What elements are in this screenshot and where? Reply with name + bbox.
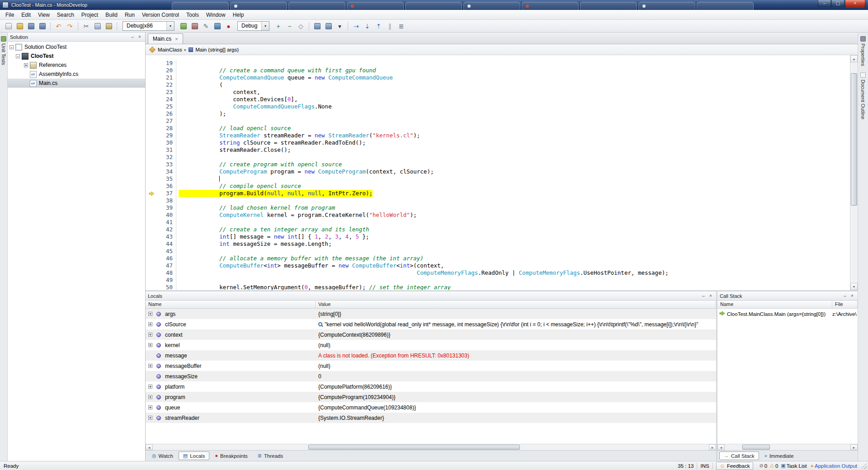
scrollbar-thumb[interactable] (742, 445, 770, 450)
application-output-button[interactable]: ▸ Application Output (808, 463, 857, 469)
variable-row-program[interactable]: +program{ComputeProgram(109234904)} (146, 392, 716, 402)
tree-item-clootest[interactable]: -ClooTest (8, 52, 145, 61)
background-tab[interactable] (463, 2, 520, 10)
open-file-button[interactable] (14, 21, 25, 31)
pad-close-button[interactable]: × (849, 293, 855, 299)
variable-row-queue[interactable]: +queue{ComputeCommandQueue(109234808)} (146, 402, 716, 413)
pad-close-button[interactable]: × (137, 34, 143, 40)
new-file-button[interactable] (3, 21, 14, 31)
save-all-button[interactable] (37, 21, 48, 31)
pad-minimize-button[interactable]: – (700, 293, 707, 299)
gutter-icon-cell[interactable] (146, 118, 157, 125)
rebuild-button[interactable] (189, 21, 200, 31)
step-out-button[interactable]: ⇡ (373, 21, 384, 31)
background-tab[interactable] (638, 2, 695, 10)
locals-column-name[interactable]: Name (146, 301, 316, 308)
menu-build[interactable]: Build (102, 10, 121, 19)
variable-row-messagebuffer[interactable]: +messageBuffer(null) (146, 361, 716, 371)
code-line-50[interactable]: 50 kernel.SetMemoryArgument(0, messageBu… (146, 284, 850, 290)
code-editor[interactable]: 1920 // create a command queue with firs… (146, 55, 850, 290)
code-line-24[interactable]: 24 context.Devices[0], (146, 96, 850, 103)
code-line-41[interactable]: 41 (146, 219, 850, 226)
scrollbar-track[interactable] (153, 444, 709, 450)
background-tab[interactable] (347, 2, 404, 10)
expander-icon[interactable]: + (148, 395, 152, 399)
code-line-40[interactable]: 40 ComputeKernel kernel = program.Create… (146, 212, 850, 219)
tab-main-cs[interactable]: Main.cs × (148, 33, 183, 44)
gutter-icon-cell[interactable] (146, 233, 157, 240)
code-line-37[interactable]: 37 program.Build(null, null, null, IntPt… (146, 190, 850, 197)
gutter-icon-cell[interactable] (146, 96, 157, 103)
gutter-icon-cell[interactable] (146, 110, 157, 118)
stop-button[interactable]: ● (223, 21, 234, 31)
gutter-icon-cell[interactable] (146, 175, 157, 183)
gutter-icon-cell[interactable] (146, 255, 157, 262)
expander-icon[interactable]: + (148, 416, 152, 420)
gutter-icon-cell[interactable] (146, 146, 157, 154)
scroll-up-icon[interactable]: ▲ (850, 55, 858, 62)
tree-item-assemblyinfo-cs[interactable]: AssemblyInfo.cs (8, 70, 145, 79)
scrollbar-thumb[interactable] (308, 445, 519, 450)
callstack-column-name[interactable]: Name (717, 301, 832, 308)
variable-row-platform[interactable]: +platform{ComputePlatform(86209616)} (146, 381, 716, 392)
expander-icon[interactable]: + (24, 63, 28, 67)
pad-tab-document-outline[interactable]: Document Outline (860, 70, 866, 122)
stack-frame-row[interactable]: ClooTest.MainClass.Main (args={string[0]… (717, 309, 858, 319)
expander-icon[interactable]: + (148, 364, 152, 368)
code-line-23[interactable]: 23 context, (146, 89, 850, 96)
zoom-out-button[interactable]: − (284, 21, 295, 31)
background-tab[interactable] (697, 2, 754, 10)
gutter-icon-cell[interactable] (146, 226, 157, 233)
code-line-34[interactable]: 34 ComputeProgram program = new ComputeP… (146, 168, 850, 175)
close-button[interactable]: × (845, 0, 865, 8)
gutter-icon-cell[interactable] (146, 154, 157, 161)
code-line-49[interactable]: 49 (146, 277, 850, 284)
menu-version-control[interactable]: Version Control (138, 10, 183, 19)
code-line-25[interactable]: 25 ComputeCommandQueueFlags.None (146, 103, 850, 110)
editor-vertical-scrollbar[interactable]: ▲ ▼ (850, 55, 858, 290)
expander-icon[interactable]: - (16, 54, 20, 58)
code-line-42[interactable]: 42 // create a ten integer array and its… (146, 226, 850, 233)
pad-tab-properties[interactable]: Properties (860, 34, 866, 68)
expander-icon[interactable]: + (148, 312, 152, 316)
menu-window[interactable]: Window (203, 10, 229, 19)
scrollbar-track[interactable] (725, 444, 850, 450)
code-line-36[interactable]: 36 // compile opencl source (146, 183, 850, 190)
debug-pads-button[interactable] (311, 21, 323, 31)
copy-button[interactable] (92, 21, 103, 31)
variable-row-message[interactable]: messageA class is not loaded. (Exception… (146, 350, 716, 361)
callstack-horizontal-scrollbar[interactable]: ◄ ► (717, 444, 858, 450)
menu-help[interactable]: Help (229, 10, 248, 19)
errors-icon[interactable]: ⊘ (759, 463, 763, 469)
code-line-31[interactable]: 31 streamReader.Close(); (146, 146, 850, 154)
scroll-down-icon[interactable]: ▼ (850, 283, 858, 290)
gutter-icon-cell[interactable] (146, 240, 157, 248)
gutter-icon-cell[interactable] (146, 60, 157, 67)
gutter-icon-cell[interactable] (146, 89, 157, 96)
debug-dropdown-button[interactable]: ▾ (334, 21, 345, 31)
errors-count[interactable]: 0 (764, 463, 767, 469)
gutter-icon-cell[interactable] (146, 212, 157, 219)
gutter-icon-cell[interactable] (146, 103, 157, 110)
tab-breakpoints[interactable]: ●Breakpoints (210, 451, 252, 460)
variable-row-args[interactable]: +args{string[0]} (146, 309, 716, 319)
variable-row-context[interactable]: +context{ComputeContext(86209896)} (146, 329, 716, 340)
expander-icon[interactable]: + (148, 343, 152, 347)
gutter-icon-cell[interactable] (146, 139, 157, 146)
gutter-icon-cell[interactable] (146, 132, 157, 139)
warnings-icon[interactable]: ⚠ (770, 463, 774, 469)
expander-icon[interactable]: - (9, 45, 14, 49)
chevron-down-icon[interactable]: ▾ (261, 22, 269, 30)
debug-view-button[interactable] (323, 21, 334, 31)
gutter-icon-cell[interactable] (146, 197, 157, 204)
feedback-button[interactable]: ☺ Feedback (716, 462, 754, 470)
pause-button[interactable]: ∥ (384, 21, 396, 31)
scroll-right-icon[interactable]: ► (709, 444, 716, 450)
code-line-22[interactable]: 22 ( (146, 81, 850, 89)
titlebar[interactable]: ClooTest - Main.cs - MonoDevelop – ▢ × (0, 0, 868, 10)
code-line-20[interactable]: 20 // create a command queue with first … (146, 67, 850, 74)
code-line-32[interactable]: 32 (146, 154, 850, 161)
code-line-35[interactable]: 35 (146, 175, 850, 183)
code-line-38[interactable]: 38 (146, 197, 850, 204)
tree-item-solution-clootest[interactable]: -Solution ClooTest (8, 42, 145, 52)
